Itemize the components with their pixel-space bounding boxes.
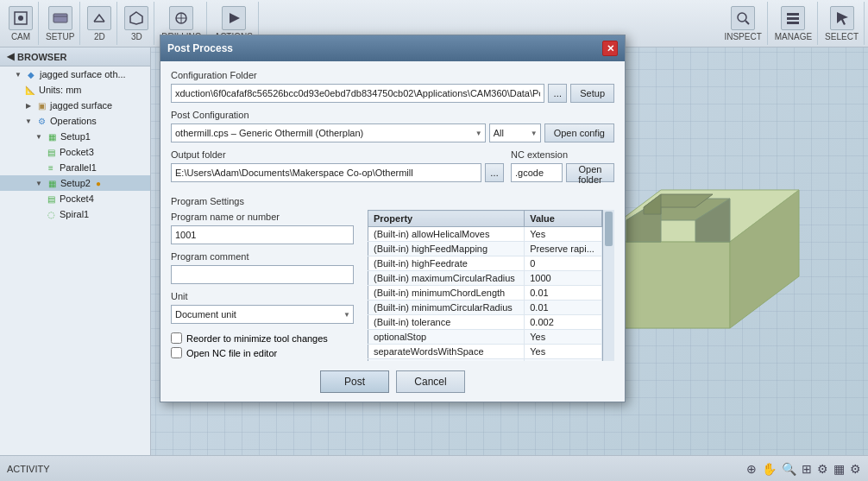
open-config-button[interactable]: Open config [544,123,614,142]
zoom-fit-icon[interactable]: ⊞ [802,462,812,476]
prop-name: (Built-in) allowHelicalMoves [368,227,525,242]
ops-icon: ⚙ [35,115,47,127]
setup-icon[interactable] [48,6,72,30]
prop-name: (Built-in) highFeedMapping [368,242,525,256]
tree-item-root[interactable]: ▼ ◆ jagged surface oth... [0,66,150,82]
pocket4-icon: ▤ [45,193,57,205]
config-folder-row: … Setup [171,84,614,103]
manage-icon[interactable] [781,6,805,30]
table-row[interactable]: (Built-in) tolerance0.002 [368,315,602,330]
3d-icon[interactable] [124,6,148,30]
svg-point-10 [18,16,23,21]
properties-table: Property Value (Built-in) allowHelicalMo… [368,210,602,361]
nc-extension-input[interactable] [511,163,563,182]
2d-icon[interactable] [87,6,111,30]
nc-extension-col: NC extension Open folder [511,149,614,189]
cam-label: CAM [11,32,30,41]
drilling-icon[interactable] [169,6,193,30]
unit-label: Unit [171,291,354,301]
tree-item-parallel1[interactable]: ≡ Parallel1 [0,160,150,175]
reorder-row: Reorder to minimize tool changes [171,332,354,344]
tree-item-spiral1[interactable]: ◌ Spiral1 [0,206,150,222]
props-scroll-thumb [605,212,613,246]
actions-icon[interactable] [222,6,246,30]
pan-icon[interactable]: ✋ [762,462,777,476]
setup2-badge: ● [96,179,101,188]
col-value: Value [525,211,602,227]
open-folder-button[interactable]: Open folder [566,163,614,182]
units-icon: 📐 [24,84,36,96]
prop-value: Preserve rapi... [525,242,602,256]
post-process-dialog: Post Process ✕ Configuration Folder … Se… [160,35,626,402]
output-folder-input[interactable] [171,163,481,182]
col-property: Property [368,211,525,227]
tree-pocket3-label: Pocket3 [60,147,94,157]
tree-item-setup2[interactable]: ▼ ▦ Setup2 ● [0,175,150,191]
cam-icon[interactable] [9,6,33,30]
table-row[interactable]: (Built-in) highFeedrate0 [368,256,602,271]
tree-item-jagged[interactable]: ▶ ▣ jagged surface [0,98,150,113]
toolbar-select: SELECT [820,2,865,45]
setup2-icon: ▦ [46,177,58,189]
unit-select[interactable]: Document unit [171,305,354,324]
setup1-icon: ▦ [46,130,58,142]
tree-item-operations[interactable]: ▼ ⚙ Operations [0,113,150,129]
table-row[interactable]: optionalStopYes [368,330,602,345]
setup-button[interactable]: Setup [570,84,614,103]
setup-label: SETUP [46,32,74,41]
table-row[interactable]: (Built-in) highFeedMappingPreserve rapi.… [368,242,602,256]
program-name-input[interactable] [171,225,354,244]
table-row[interactable]: sequenceNumberIncrement5 [368,359,602,362]
table-row[interactable]: (Built-in) allowHelicalMovesYes [368,227,602,242]
prop-name: (Built-in) highFeedrate [368,256,525,271]
right-panel: Property Value (Built-in) allowHelicalMo… [368,210,614,362]
toolbar-cam: CAM [3,2,39,45]
table-row[interactable]: separateWordsWithSpaceYes [368,345,602,359]
nc-extension-row: Open folder [511,163,614,182]
select-label: SELECT [825,32,859,41]
post-button[interactable]: Post [320,370,389,393]
open-nc-checkbox[interactable] [171,347,182,358]
3d-label: 3D [131,32,142,41]
prop-name: (Built-in) maximumCircularRadius [368,271,525,286]
tree-item-pocket3[interactable]: ▤ Pocket3 [0,144,150,160]
table-row[interactable]: (Built-in) minimumCircularRadius0.01 [368,301,602,315]
post-filter-select[interactable]: All [489,123,541,142]
collapse-icon[interactable]: ◀ [7,51,14,62]
tree-arrow-root: ▼ [14,70,22,79]
table-row[interactable]: (Built-in) maximumCircularRadius1000 [368,271,602,286]
tree-root-label: jagged surface oth... [40,69,126,79]
cancel-button[interactable]: Cancel [396,370,465,393]
dialog-title: Post Process [167,42,233,54]
table-row[interactable]: (Built-in) minimumChordLength0.01 [368,286,602,301]
config-folder-input[interactable] [171,84,544,103]
settings-cog-icon[interactable]: ⚙ [817,462,828,476]
config-folder-browse[interactable]: … [548,84,567,103]
2d-label: 2D [94,32,105,41]
reorder-checkbox[interactable] [171,332,182,344]
left-sidebar: ◀ BROWSER ▼ ◆ jagged surface oth... 📐 Un… [0,47,151,455]
program-comment-input[interactable] [171,265,354,284]
grid-icon[interactable]: ▦ [833,462,845,476]
select-icon[interactable] [830,6,854,30]
post-config-row: othermill.cps – Generic Othermill (Other… [171,123,614,142]
post-config-select[interactable]: othermill.cps – Generic Othermill (Other… [171,123,486,142]
tree-item-units[interactable]: 📐 Units: mm [0,82,150,98]
toolbar-inspect: INSPECT [719,2,767,45]
tree-item-pocket4[interactable]: ▤ Pocket4 [0,191,150,206]
zoom-icon[interactable]: 🔍 [782,462,796,476]
svg-line-20 [745,21,749,24]
inspect-icon[interactable] [731,6,755,30]
prop-value: 0.01 [525,301,602,315]
content-area: Program name or number Program comment U… [171,210,614,362]
tree-item-setup1[interactable]: ▼ ▦ Setup1 [0,129,150,144]
output-folder-browse[interactable]: … [485,163,504,182]
orbit-icon[interactable]: ⊕ [746,462,757,476]
prop-value: 0.002 [525,315,602,330]
svg-marker-24 [837,12,848,25]
tree-arrow-setup1: ▼ [35,132,43,141]
props-scrollbar[interactable] [602,210,614,361]
toolbar-manage: MANAGE [770,2,818,45]
config-folder-label: Configuration Folder [171,70,614,80]
dialog-close-button[interactable]: ✕ [602,41,618,56]
